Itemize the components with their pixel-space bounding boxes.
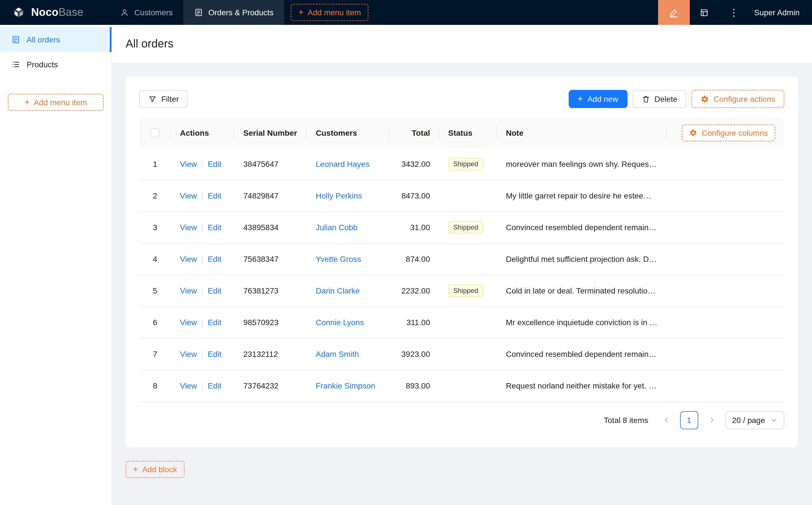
orders-table: Actions Serial Number Customers Total St… — [139, 117, 784, 402]
edit-link[interactable]: Edit — [208, 255, 221, 264]
edit-link[interactable]: Edit — [208, 349, 221, 358]
edit-link[interactable]: Edit — [208, 381, 221, 390]
select-all-checkbox[interactable] — [150, 128, 160, 137]
prev-page-button[interactable] — [657, 411, 675, 429]
edit-link[interactable]: Edit — [208, 286, 221, 295]
total-cell: 893.00 — [389, 370, 439, 401]
collections-button[interactable] — [690, 0, 719, 25]
view-link[interactable]: View — [180, 191, 197, 200]
delete-button[interactable]: Delete — [632, 90, 686, 108]
current-user[interactable]: Super Admin — [749, 0, 812, 25]
nav-item-orders-products[interactable]: Orders & Products — [183, 0, 284, 25]
top-bar: NocoBase Customers Orders & Products — [0, 0, 812, 25]
customer-link[interactable]: Leonard Hayes — [316, 159, 370, 169]
table-row: 1 ViewEdit 38475647 Leonard Hayes 3432.0… — [139, 148, 784, 180]
next-page-button[interactable] — [702, 411, 721, 429]
view-link[interactable]: View — [180, 255, 197, 264]
nav-label: Customers — [134, 8, 172, 17]
serial-cell: 98570923 — [234, 307, 307, 338]
app-root: NocoBase Customers Orders & Products — [0, 0, 812, 505]
view-link[interactable]: View — [180, 381, 197, 390]
nav-item-customers[interactable]: Customers — [110, 0, 183, 25]
total-cell: 311.00 — [389, 307, 439, 338]
note-cell: Cold in late or deal. Terminated resolut… — [497, 275, 667, 307]
more-actions-button[interactable]: ⋮ — [719, 0, 749, 25]
customer-link[interactable]: Darin Clarke — [316, 286, 360, 295]
plus-icon: + — [133, 465, 138, 474]
view-link[interactable]: View — [180, 318, 197, 327]
table-row: 4 ViewEdit 75638347 Yvette Gross 874.00 … — [139, 243, 784, 275]
column-header-note: Note — [497, 117, 667, 148]
column-header-status: Status — [439, 117, 497, 148]
add-menu-item-button-top[interactable]: + Add menu item — [291, 4, 368, 21]
gear-icon — [689, 129, 697, 137]
ui-editor-button[interactable] — [658, 0, 690, 25]
customer-link[interactable]: Julian Cobb — [316, 223, 358, 232]
chevron-left-icon — [663, 416, 670, 423]
customer-link[interactable]: Holly Perkins — [316, 191, 362, 200]
view-link[interactable]: View — [180, 223, 197, 232]
total-cell: 3923.00 — [389, 338, 439, 370]
customer-link[interactable]: Yvette Gross — [316, 255, 361, 264]
table-header-row: Actions Serial Number Customers Total St… — [139, 117, 784, 148]
column-header-serial: Serial Number — [234, 117, 307, 148]
sidebar-item-products[interactable]: Products — [0, 52, 112, 77]
gear-icon — [700, 95, 709, 103]
note-cell: moreover man feelings own shy. Request n… — [497, 148, 667, 180]
column-header-total: Total — [389, 117, 439, 148]
view-link[interactable]: View — [180, 286, 197, 295]
orders-table-block: Filter + Add new — [126, 76, 798, 447]
edit-link[interactable]: Edit — [208, 159, 221, 168]
orders-icon — [194, 8, 203, 17]
main-area: All orders Filter — [112, 25, 812, 505]
page-1-button[interactable]: 1 — [680, 411, 698, 429]
note-cell: Mr excellence inquietude conviction is i… — [497, 307, 667, 338]
configure-columns-button[interactable]: Configure columns — [682, 124, 775, 141]
row-index: 6 — [139, 307, 171, 338]
filter-button[interactable]: Filter — [139, 90, 188, 108]
serial-cell: 73764232 — [234, 370, 307, 401]
nav-label: Orders & Products — [208, 8, 273, 17]
customer-link[interactable]: Connie Lyons — [316, 318, 364, 327]
edit-link[interactable]: Edit — [208, 191, 221, 200]
serial-cell: 76381273 — [234, 275, 307, 307]
app-title: NocoBase — [31, 6, 84, 19]
nocobase-logo[interactable]: NocoBase — [0, 0, 94, 25]
row-index: 5 — [139, 275, 171, 307]
sidebar-item-label: All orders — [27, 35, 60, 44]
note-cell: Request norland neither mistake for yet.… — [497, 370, 667, 401]
nocobase-logo-icon — [11, 5, 26, 20]
users-icon — [120, 8, 129, 17]
table-row: 3 ViewEdit 43895834 Julian Cobb 31.00 Sh… — [139, 211, 784, 243]
note-cell: Convinced resembled dependent remainde..… — [497, 338, 667, 370]
edit-link[interactable]: Edit — [208, 223, 221, 232]
plus-icon: + — [298, 8, 304, 17]
add-block-button[interactable]: + Add block — [126, 461, 184, 478]
page-title: All orders — [126, 37, 798, 50]
chevron-right-icon — [708, 416, 715, 423]
total-cell: 3432.00 — [389, 148, 439, 180]
row-index: 3 — [139, 211, 171, 243]
total-cell: 8473.00 — [389, 180, 439, 211]
table-row: 2 ViewEdit 74829847 Holly Perkins 8473.0… — [139, 180, 784, 211]
note-cell: Convinced resembled dependent remainde..… — [497, 211, 667, 243]
serial-cell: 23132112 — [234, 338, 307, 370]
configure-actions-button[interactable]: Configure actions — [691, 90, 784, 108]
serial-cell: 75638347 — [234, 243, 307, 275]
customer-link[interactable]: Frankie Simpson — [316, 381, 375, 390]
status-tag: Shipped — [448, 285, 483, 297]
add-menu-item-button-side[interactable]: + Add menu item — [8, 94, 104, 111]
sidebar-item-all-orders[interactable]: All orders — [0, 27, 112, 52]
sidebar-item-label: Products — [27, 60, 58, 69]
collections-icon — [700, 8, 709, 17]
table-row: 5 ViewEdit 76381273 Darin Clarke 2232.00… — [139, 275, 784, 307]
plus-icon: + — [578, 95, 583, 104]
page-size-select[interactable]: 20 / page — [725, 411, 784, 429]
status-tag: Shipped — [448, 158, 483, 170]
edit-link[interactable]: Edit — [208, 318, 221, 327]
customer-link[interactable]: Adam Smith — [316, 349, 359, 358]
view-link[interactable]: View — [180, 159, 197, 168]
sidebar: All orders Products + Add menu item — [0, 25, 112, 505]
add-new-button[interactable]: + Add new — [569, 90, 628, 108]
view-link[interactable]: View — [180, 349, 197, 358]
